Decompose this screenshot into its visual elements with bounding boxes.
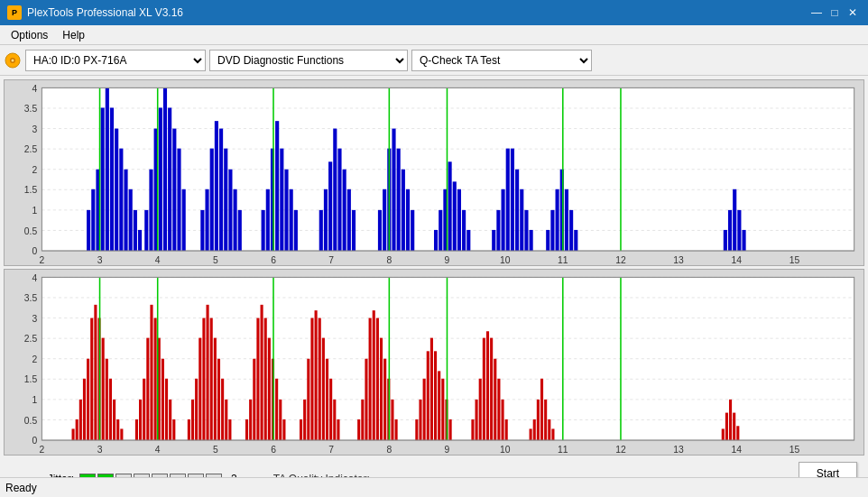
svg-text:5: 5 [213,444,218,454]
svg-rect-47 [134,210,137,251]
maximize-button[interactable]: □ [826,5,843,21]
svg-rect-61 [215,121,218,251]
svg-rect-53 [163,87,167,251]
toolbar: HA:0 ID:0 PX-716A DVD Diagnostic Functio… [0,45,868,76]
main-content: 4 3.5 3 2.5 2 1.5 1 0.5 0 2 3 4 5 6 7 8 … [0,76,868,477]
svg-rect-258 [551,428,554,440]
svg-rect-95 [453,181,457,251]
svg-rect-254 [537,400,540,440]
svg-rect-211 [303,400,306,440]
svg-rect-56 [177,149,180,251]
svg-rect-252 [530,428,532,440]
svg-rect-52 [159,107,162,251]
svg-rect-102 [506,149,510,251]
svg-rect-241 [449,419,452,440]
svg-text:12: 12 [615,255,626,265]
menu-help[interactable]: Help [55,27,92,43]
svg-rect-212 [307,358,309,439]
svg-rect-66 [238,210,242,251]
svg-rect-113 [569,210,573,251]
svg-rect-205 [268,337,271,439]
svg-rect-253 [533,419,536,440]
svg-rect-178 [143,379,145,440]
svg-rect-220 [337,419,339,440]
svg-rect-48 [138,230,142,251]
svg-text:3: 3 [97,444,103,454]
svg-rect-40 [101,107,105,251]
svg-text:11: 11 [558,255,568,265]
svg-rect-227 [380,337,383,439]
svg-rect-116 [728,210,732,251]
svg-rect-44 [119,149,123,251]
svg-rect-97 [462,210,466,251]
svg-text:8: 8 [386,255,392,265]
menubar: Options Help [0,25,868,45]
bottom-chart: 4 3.5 3 2.5 2 1.5 1 0.5 0 2 3 4 5 6 7 8 … [4,269,864,456]
svg-rect-70 [275,121,279,251]
svg-rect-89 [406,189,410,251]
minimize-button[interactable]: — [808,5,825,21]
svg-rect-184 [165,379,168,440]
svg-rect-222 [361,400,364,440]
svg-rect-242 [471,419,474,440]
svg-rect-201 [253,358,255,439]
svg-rect-108 [546,230,549,251]
svg-rect-190 [199,337,201,439]
svg-point-2 [12,59,14,61]
svg-rect-87 [397,149,401,251]
svg-rect-105 [520,189,523,251]
start-button[interactable]: Start [799,462,857,477]
svg-rect-236 [430,337,433,439]
svg-rect-55 [172,129,176,251]
svg-rect-162 [72,428,75,440]
svg-text:1: 1 [32,395,37,405]
svg-text:3.5: 3.5 [24,293,38,303]
svg-rect-174 [116,419,119,440]
svg-rect-199 [245,419,248,440]
svg-text:3.5: 3.5 [24,104,38,114]
svg-rect-218 [329,379,332,440]
svg-rect-170 [102,337,105,439]
svg-text:15: 15 [790,255,800,265]
titlebar: P PlexTools Professional XL V3.16 — □ ✕ [0,0,868,25]
svg-rect-256 [544,400,547,440]
svg-rect-200 [249,400,252,440]
svg-rect-210 [300,419,302,440]
svg-text:10: 10 [500,255,511,265]
svg-text:4: 4 [32,272,37,282]
svg-rect-115 [724,230,727,251]
close-button[interactable]: ✕ [845,5,861,21]
svg-text:3: 3 [32,124,37,134]
svg-text:2.5: 2.5 [24,144,38,154]
svg-text:2: 2 [40,444,45,454]
svg-text:2: 2 [32,354,37,364]
function-select[interactable]: DVD Diagnostic Functions [209,50,408,71]
svg-rect-235 [427,351,429,440]
svg-rect-164 [79,400,82,440]
svg-rect-172 [109,379,112,440]
svg-rect-59 [205,189,208,251]
svg-text:7: 7 [328,255,334,265]
menu-options[interactable]: Options [4,27,55,43]
svg-rect-192 [207,305,209,440]
svg-rect-223 [365,358,367,439]
svg-rect-165 [83,379,86,440]
svg-rect-181 [154,318,157,439]
svg-rect-226 [376,318,379,439]
svg-rect-80 [343,170,346,251]
svg-text:2: 2 [32,165,37,175]
svg-rect-62 [219,129,223,251]
drive-select[interactable]: HA:0 ID:0 PX-716A [25,50,206,71]
svg-rect-98 [466,230,470,251]
svg-text:13: 13 [673,444,684,454]
svg-rect-75 [319,210,323,251]
svg-rect-90 [411,210,414,251]
svg-rect-92 [439,210,442,251]
svg-rect-46 [129,189,133,251]
svg-rect-60 [210,149,214,251]
test-select[interactable]: Q-Check TA Test [411,50,592,71]
svg-rect-81 [347,189,351,251]
svg-rect-251 [505,419,508,440]
svg-text:14: 14 [732,255,743,265]
app-icon: P [7,5,22,20]
